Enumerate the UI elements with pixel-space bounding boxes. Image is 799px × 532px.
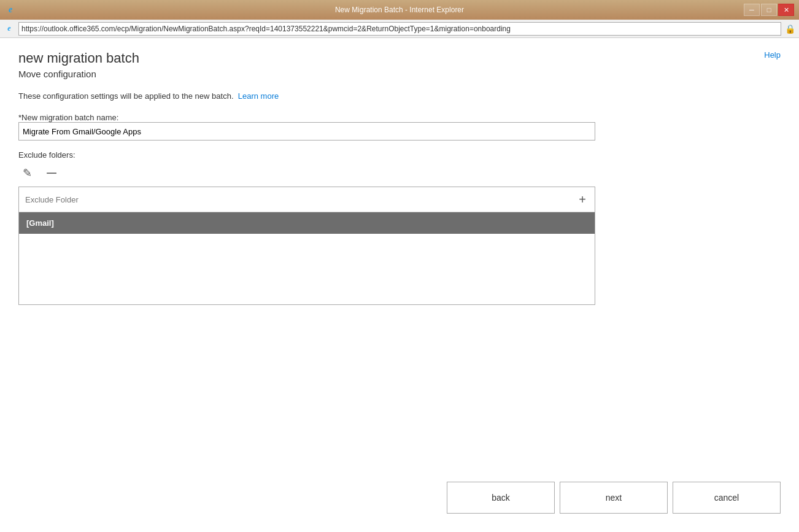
minus-icon: ─ bbox=[47, 166, 56, 180]
page-title: new migration batch bbox=[18, 50, 781, 66]
edit-button[interactable]: ✎ bbox=[18, 164, 36, 182]
page-subtitle: Move configuration bbox=[18, 69, 781, 79]
lock-icon: 🔒 bbox=[785, 24, 795, 34]
browser-icon: e bbox=[5, 4, 16, 15]
cancel-button[interactable]: cancel bbox=[673, 482, 781, 514]
exclude-folder-input[interactable] bbox=[23, 193, 570, 207]
main-content: Help new migration batch Move configurat… bbox=[0, 38, 799, 532]
title-bar: e New Migration Batch - Internet Explore… bbox=[0, 0, 799, 20]
back-button[interactable]: back bbox=[447, 482, 555, 514]
bottom-navigation: back next cancel bbox=[447, 482, 781, 514]
remove-button[interactable]: ─ bbox=[43, 164, 60, 182]
learn-more-link[interactable]: Learn more bbox=[238, 91, 279, 101]
add-folder-button[interactable]: + bbox=[574, 191, 591, 208]
folder-list: [Gmail] bbox=[19, 212, 595, 304]
exclude-folders-label: Exclude folders: bbox=[18, 150, 781, 160]
batch-name-label: *New migration batch name: bbox=[18, 113, 118, 122]
address-bar: e 🔒 bbox=[0, 20, 799, 38]
next-button[interactable]: next bbox=[560, 482, 668, 514]
minimize-button[interactable]: ─ bbox=[744, 4, 760, 16]
restore-button[interactable]: □ bbox=[761, 4, 777, 16]
exclude-input-row: + bbox=[19, 187, 595, 212]
plus-icon: + bbox=[579, 193, 586, 207]
exclude-panel: + [Gmail] bbox=[18, 187, 595, 305]
window-controls: ─ □ ✕ bbox=[744, 4, 794, 16]
page-icon: e bbox=[4, 23, 15, 34]
edit-icon: ✎ bbox=[23, 166, 32, 180]
address-input[interactable] bbox=[18, 22, 781, 36]
list-item[interactable]: [Gmail] bbox=[19, 212, 595, 234]
description-text: These configuration settings will be app… bbox=[18, 91, 781, 101]
help-link[interactable]: Help bbox=[764, 50, 781, 60]
batch-name-input[interactable] bbox=[18, 122, 595, 141]
browser-title: New Migration Batch - Internet Explorer bbox=[335, 6, 464, 14]
close-button[interactable]: ✕ bbox=[778, 4, 794, 16]
toolbar-row: ✎ ─ bbox=[18, 164, 781, 182]
